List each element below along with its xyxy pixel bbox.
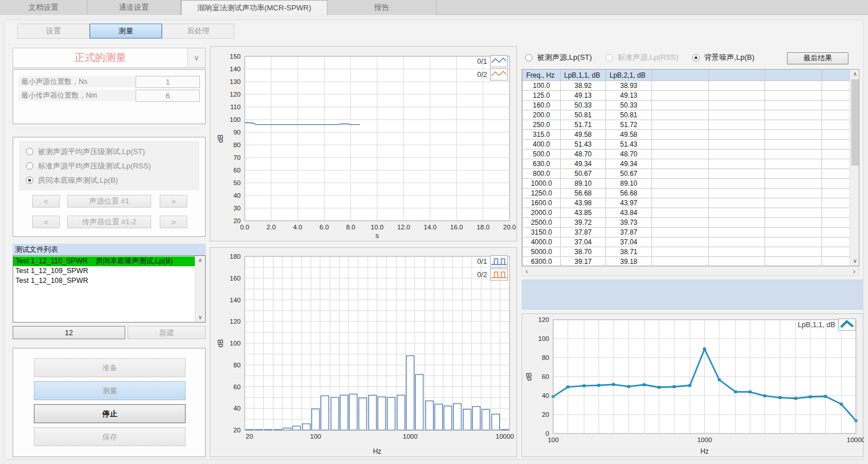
table-cell (709, 149, 765, 159)
table-row[interactable]: 125.049.1349.13 (523, 91, 860, 101)
action-panel: 准备测量停止保存 (13, 348, 206, 457)
tab-mcr-spwr[interactable]: 混响室法测试声功率(MCR-SPWR) (181, 0, 327, 15)
table-row[interactable]: 4000.037.0437.04 (523, 237, 860, 247)
result-source-radio[interactable]: 被测声源,Lp(ST) (525, 51, 592, 65)
table-row[interactable]: 160.050.3350.33 (523, 101, 860, 110)
table-row[interactable]: 100.038.9238.93 (523, 81, 860, 91)
legend-line-icon (490, 68, 508, 80)
scroll-up-icon[interactable]: ∧ (195, 256, 205, 265)
test-type-radio[interactable]: 被测声源平均声压级测试,Lp(ST) (26, 144, 199, 159)
tab-bar-filler (437, 0, 868, 14)
table-row[interactable]: 1250.056.6856.68 (523, 189, 860, 198)
file-list-scrollbar[interactable]: ∧ ∨ (195, 256, 205, 322)
stop-button[interactable]: 停止 (34, 404, 186, 423)
table-cell (709, 257, 765, 267)
spectrum-bar-chart: 2040608010012014016018020100100010000Hzd… (210, 248, 518, 458)
table-row[interactable]: 200.050.8150.81 (523, 110, 860, 120)
table-row[interactable]: 1600.043.9843.97 (523, 198, 860, 208)
param-value-field[interactable]: 6 (136, 90, 200, 102)
mic-position-button[interactable]: 传声器位置 #1-2 (67, 216, 151, 228)
table-cell (709, 189, 765, 198)
subtab-setup[interactable]: 设置 (17, 24, 90, 39)
source-position-button[interactable]: 声源位置 #1 (67, 195, 151, 208)
mic-position-next-button[interactable]: > (160, 216, 187, 228)
file-list-item[interactable]: Test 1_12_110_SPWR 房间本底噪声测试,Lp(B) (13, 256, 195, 266)
scroll-down-icon[interactable]: ∨ (195, 313, 205, 322)
table-cell (765, 179, 822, 189)
radio-icon[interactable] (525, 54, 533, 62)
save-button[interactable]: 保存 (34, 427, 186, 446)
table-cell (652, 149, 709, 159)
table-row[interactable]: 2500.039.7239.73 (523, 218, 860, 228)
result-source-radio[interactable]: 标准声源,Lp(RSS) (605, 51, 678, 65)
table-cell: 100.0 (523, 81, 561, 91)
svg-text:16.0: 16.0 (450, 224, 463, 231)
table-cell: 56.68 (561, 189, 606, 198)
scroll-left-icon[interactable]: ‹ (522, 267, 531, 275)
test-type-radio[interactable]: 标准声源平均声压级测试,Lp(RSS) (26, 159, 199, 173)
subtab-postprocess[interactable]: 后处理 (162, 24, 234, 39)
table-cell (765, 257, 822, 267)
table-row[interactable]: 3150.037.8737.87 (523, 228, 860, 237)
position-count-panel: 最小声源位置数，Ns1最小传声器位置数，Nm6 (13, 69, 206, 124)
table-cell: 49.34 (606, 159, 652, 169)
radio-icon[interactable] (26, 148, 33, 155)
table-cell: 51.43 (606, 140, 652, 149)
radio-label: 被测声源,Lp(ST) (537, 52, 592, 63)
table-cell (652, 179, 709, 189)
table-vscrollbar[interactable]: ∧ ∨ (850, 70, 859, 266)
table-cell: 1000.0 (523, 179, 561, 189)
table-cell (652, 257, 709, 267)
dropdown-button[interactable]: ∨ (187, 48, 205, 67)
table-cell (709, 237, 765, 247)
result-source-radio-group: 被测声源,Lp(ST)标准声源,Lp(RSS)背景噪声,Lp(B) (525, 51, 778, 64)
table-row[interactable]: 250.051.7151.72 (523, 120, 860, 130)
test-type-radio[interactable]: 房间本底噪声测试,Lp(B) (26, 173, 199, 187)
table-cell (652, 198, 709, 208)
file-list-item[interactable]: Test 1_12_108_SPWR (13, 276, 195, 286)
new-button[interactable]: 新建 (128, 326, 206, 339)
table-row[interactable]: 6300.039.1739.18 (523, 257, 860, 267)
tab-document-settings[interactable]: 文档设置 (0, 0, 87, 15)
source-position-prev-button[interactable]: < (32, 195, 60, 208)
radio-icon[interactable] (605, 54, 613, 62)
radio-icon[interactable] (26, 162, 33, 170)
mic-position-prev-button[interactable]: < (32, 216, 60, 228)
source-position-next-button[interactable]: > (160, 195, 187, 208)
scrollbar-thumb[interactable] (851, 79, 859, 166)
tab-report[interactable]: 报告 (327, 0, 437, 15)
result-source-radio[interactable]: 背景噪声,Lp(B) (692, 51, 754, 65)
table-header-cell: LpB,1,1, dB (561, 70, 606, 81)
param-value-field[interactable]: 1 (136, 76, 200, 88)
table-row[interactable]: 500.048.7048.70 (523, 149, 860, 159)
scroll-down-icon[interactable]: ∨ (850, 256, 859, 266)
prepare-button[interactable]: 准备 (34, 358, 186, 377)
table-row[interactable]: 5000.038.7038.71 (523, 247, 860, 257)
measurement-count-box[interactable]: 12 (13, 326, 125, 339)
file-list-item[interactable]: Test 1_12_109_SPWR (13, 266, 195, 276)
table-row[interactable]: 1000.089.1089.10 (523, 179, 860, 189)
table-hscrollbar[interactable]: ‹ › (522, 266, 859, 276)
svg-text:12.0: 12.0 (397, 224, 410, 231)
table-row[interactable]: 315.049.5849.58 (523, 130, 860, 140)
table-row[interactable]: 630.049.3449.34 (523, 159, 860, 169)
tab-channel-settings[interactable]: 通道设置 (87, 0, 181, 15)
svg-text:140: 140 (230, 297, 241, 304)
measure-button[interactable]: 测量 (34, 381, 186, 400)
radio-icon[interactable] (26, 177, 33, 184)
measurement-mode-dropdown[interactable]: 正式的测量 ∨ (13, 48, 206, 68)
table-row[interactable]: 400.051.4351.43 (523, 140, 860, 149)
table-row[interactable]: 2000.043.8543.84 (523, 208, 860, 218)
table-row[interactable]: 800.050.6750.67 (523, 169, 860, 179)
file-list-items: Test 1_12_110_SPWR 房间本底噪声测试,Lp(B)Test 1_… (13, 256, 195, 286)
scroll-up-icon[interactable]: ∧ (850, 70, 859, 79)
scroll-right-icon[interactable]: › (850, 267, 859, 275)
svg-text:60: 60 (233, 384, 241, 390)
table-cell (765, 159, 822, 169)
test-file-list[interactable]: Test 1_12_110_SPWR 房间本底噪声测试,Lp(B)Test 1_… (13, 255, 206, 323)
table-cell (652, 208, 709, 218)
last-result-button[interactable]: 最后结果 (787, 52, 848, 64)
svg-text:150: 150 (230, 53, 241, 60)
radio-icon[interactable] (692, 54, 700, 62)
subtab-measure[interactable]: 测量 (90, 24, 162, 39)
